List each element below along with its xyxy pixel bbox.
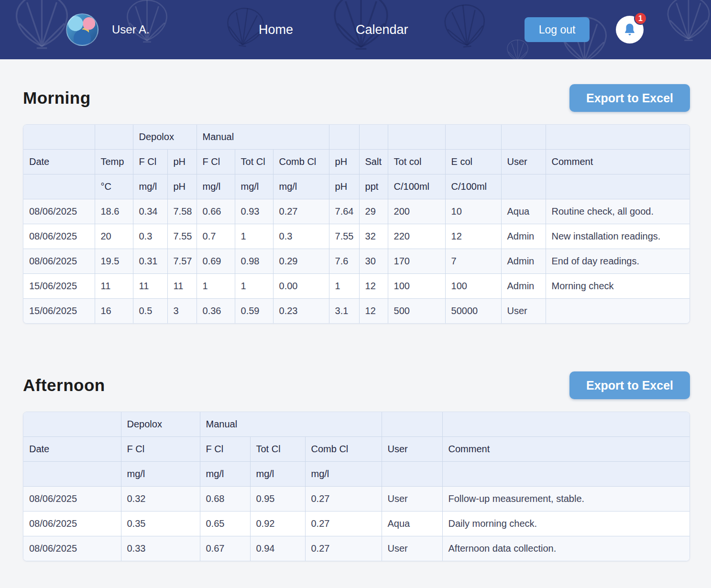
- table-cell: 0.7: [197, 224, 235, 249]
- group-header-cell: [546, 125, 689, 150]
- group-header-cell: [23, 412, 121, 437]
- table-cell: 12: [359, 274, 388, 299]
- header-cell: User: [382, 437, 442, 462]
- table-cell: 0.33: [121, 536, 200, 561]
- group-header-cell: [382, 412, 442, 437]
- table-cell: 1: [235, 274, 273, 299]
- header-cell: pH: [167, 150, 197, 174]
- table-cell: Admin: [501, 249, 546, 274]
- table-cell: 15/06/2025: [23, 274, 95, 299]
- morning-table: DepoloxManualDateTempF ClpHF ClTot ClCom…: [23, 125, 689, 323]
- table-cell: 170: [388, 249, 445, 274]
- table-cell: 18.6: [95, 199, 133, 224]
- header-cell: Comment: [546, 150, 689, 174]
- header-cell: F Cl: [197, 150, 235, 174]
- units-cell: mg/l: [305, 462, 382, 487]
- table-cell: 7: [445, 249, 501, 274]
- section-title-morning: Morning: [23, 88, 91, 108]
- table-cell: 0.95: [250, 487, 305, 512]
- header-cell: Salt: [359, 150, 388, 174]
- table-cell: Follow-up measurement, stable.: [442, 487, 689, 512]
- header-cell: Tot Cl: [250, 437, 305, 462]
- notification-badge: 1: [634, 12, 647, 25]
- group-header-cell: [329, 125, 359, 150]
- table-cell: 11: [95, 274, 133, 299]
- units-cell: mg/l: [121, 462, 200, 487]
- table-cell: Morning check: [546, 274, 689, 299]
- logout-button[interactable]: Log out: [525, 17, 590, 42]
- units-cell: [442, 462, 689, 487]
- table-cell: 100: [445, 274, 501, 299]
- table-cell: New installation readings.: [546, 224, 689, 249]
- table-cell: 1: [235, 224, 273, 249]
- table-cell: 1: [329, 274, 359, 299]
- table-cell: 08/06/2025: [23, 224, 95, 249]
- table-cell: 100: [388, 274, 445, 299]
- bell-icon: [623, 22, 637, 37]
- table-row: 15/06/2025160.530.360.590.233.1125005000…: [23, 299, 689, 324]
- table-cell: 0.34: [133, 199, 167, 224]
- export-to-excel-button-afternoon[interactable]: Export to Excel: [569, 371, 690, 399]
- group-header-cell: [442, 412, 689, 437]
- table-row: 08/06/20250.350.650.920.27AquaDaily morn…: [23, 512, 689, 536]
- group-header-cell: [445, 125, 501, 150]
- morning-section-header: Morning Export to Excel: [23, 84, 690, 112]
- table-cell: 7.58: [167, 199, 197, 224]
- table-cell: 10: [445, 199, 501, 224]
- table-group-header-row: DepoloxManual: [23, 125, 689, 150]
- table-cell: 19.5: [95, 249, 133, 274]
- table-cell: 32: [359, 224, 388, 249]
- header-cell: User: [501, 150, 546, 174]
- header-cell: Temp: [95, 150, 133, 174]
- table-cell: 08/06/2025: [23, 199, 95, 224]
- user-name-label: User A.: [112, 0, 150, 59]
- table-cell: 0.27: [273, 199, 329, 224]
- group-header-cell: [23, 125, 95, 150]
- table-cell: 0.27: [305, 536, 382, 561]
- table-units-row: °Cmg/lpHmg/lmg/lmg/lpHpptC/100mlC/100ml: [23, 174, 689, 199]
- table-cell: Admin: [501, 274, 546, 299]
- table-cell: 11: [133, 274, 167, 299]
- table-cell: 0.98: [235, 249, 273, 274]
- user-avatar[interactable]: [66, 13, 98, 46]
- table-cell: Aqua: [501, 199, 546, 224]
- table-cell: 3: [167, 299, 197, 324]
- table-cell: End of day readings.: [546, 249, 689, 274]
- table-cell: 7.6: [329, 249, 359, 274]
- units-cell: mg/l: [235, 174, 273, 199]
- header-cell: Date: [23, 437, 121, 462]
- table-cell: Aqua: [382, 512, 442, 536]
- header-cell: Date: [23, 150, 95, 174]
- group-header-cell: Depolox: [121, 412, 200, 437]
- table-cell: 1: [197, 274, 235, 299]
- notification-bell-button[interactable]: 1: [616, 16, 644, 44]
- table-row: 15/06/2025111111110.00112100100AdminMorn…: [23, 274, 689, 299]
- units-cell: mg/l: [197, 174, 235, 199]
- group-header-cell: Manual: [197, 125, 329, 150]
- table-cell: 08/06/2025: [23, 249, 95, 274]
- header-cell: Comb Cl: [273, 150, 329, 174]
- main-content: Morning Export to Excel DepoloxManualDat…: [0, 84, 711, 561]
- table-cell: 15/06/2025: [23, 299, 95, 324]
- table-units-row: mg/lmg/lmg/lmg/l: [23, 462, 689, 487]
- nav-link-calendar[interactable]: Calendar: [356, 0, 408, 59]
- header-cell: F Cl: [121, 437, 200, 462]
- units-cell: [382, 462, 442, 487]
- nav-link-home[interactable]: Home: [259, 0, 293, 59]
- table-cell: User: [501, 299, 546, 324]
- table-cell: 16: [95, 299, 133, 324]
- table-cell: 29: [359, 199, 388, 224]
- table-header-row: DateF ClF ClTot ClComb ClUserComment: [23, 437, 689, 462]
- units-cell: C/100ml: [388, 174, 445, 199]
- table-row: 08/06/20250.330.670.940.27UserAfternoon …: [23, 536, 689, 561]
- header-cell: Comb Cl: [305, 437, 382, 462]
- table-cell: User: [382, 487, 442, 512]
- table-cell: 11: [167, 274, 197, 299]
- table-cell: 30: [359, 249, 388, 274]
- export-to-excel-button-morning[interactable]: Export to Excel: [569, 84, 690, 112]
- table-row: 08/06/202518.60.347.580.660.930.277.6429…: [23, 199, 689, 224]
- table-cell: 0.23: [273, 299, 329, 324]
- table-cell: 08/06/2025: [23, 512, 121, 536]
- units-cell: ppt: [359, 174, 388, 199]
- table-cell: User: [382, 536, 442, 561]
